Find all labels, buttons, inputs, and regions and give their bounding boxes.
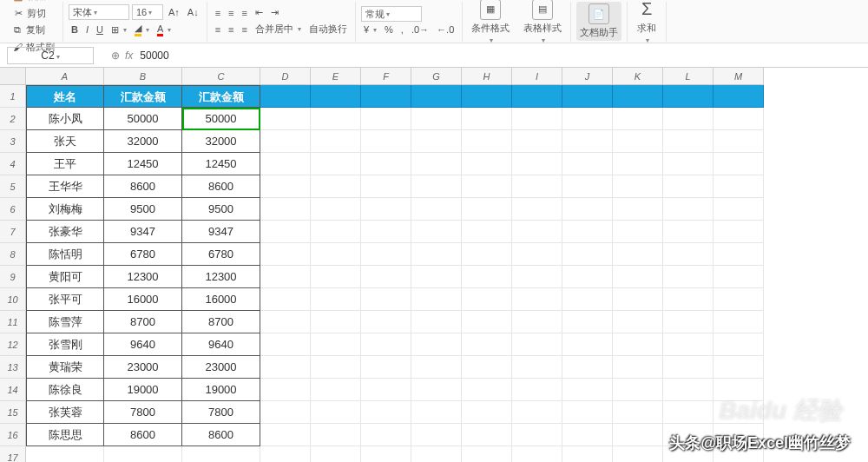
- col-header-J[interactable]: J: [562, 68, 613, 85]
- row-header[interactable]: 1: [0, 85, 26, 108]
- select-all-corner[interactable]: [0, 68, 26, 85]
- merge-button[interactable]: 合并居中: [253, 21, 304, 37]
- table-style-button[interactable]: ▤表格样式: [520, 0, 565, 46]
- paste-button[interactable]: 📋粘贴: [10, 0, 56, 4]
- increase-font-button[interactable]: A↑: [166, 5, 182, 19]
- col-header-B[interactable]: B: [104, 68, 182, 85]
- cell[interactable]: 8700: [182, 311, 260, 333]
- cell[interactable]: 陈雪萍: [26, 311, 104, 333]
- increase-decimal-button[interactable]: .0→: [409, 23, 431, 36]
- cell[interactable]: 张芙蓉: [26, 401, 104, 424]
- insert-function-icon[interactable]: ⊕: [111, 50, 120, 62]
- cell[interactable]: 陈思思: [26, 424, 104, 446]
- decrease-font-button[interactable]: A↓: [185, 5, 201, 19]
- cell[interactable]: 9347: [182, 221, 260, 243]
- cell[interactable]: 50000: [104, 108, 182, 130]
- comma-button[interactable]: ,: [398, 23, 406, 36]
- italic-button[interactable]: I: [83, 23, 91, 36]
- cell[interactable]: 王华华: [26, 175, 104, 198]
- name-box[interactable]: C2: [7, 47, 94, 64]
- align-bottom-button[interactable]: ≡: [240, 6, 250, 20]
- row-header[interactable]: 7: [0, 221, 26, 243]
- col-header-D[interactable]: D: [260, 68, 311, 85]
- cell[interactable]: 7800: [182, 401, 260, 424]
- cell[interactable]: 黄瑞荣: [26, 356, 104, 379]
- col-header-A[interactable]: A: [26, 68, 104, 85]
- cell[interactable]: 7800: [104, 401, 182, 424]
- cell[interactable]: 19000: [104, 379, 182, 401]
- row-header[interactable]: 2: [0, 108, 26, 130]
- cell[interactable]: 50000: [182, 108, 260, 130]
- col-header-E[interactable]: E: [311, 68, 361, 85]
- col-header-L[interactable]: L: [663, 68, 713, 85]
- row-header[interactable]: 11: [0, 311, 26, 333]
- header-cell[interactable]: 汇款金额: [104, 85, 182, 108]
- cell[interactable]: 9500: [104, 198, 182, 221]
- col-header-G[interactable]: G: [411, 68, 462, 85]
- border-button[interactable]: ⊞: [108, 23, 129, 37]
- row-header[interactable]: 13: [0, 356, 26, 379]
- row-header[interactable]: 8: [0, 243, 26, 266]
- currency-button[interactable]: ¥: [361, 23, 379, 36]
- number-format-select[interactable]: 常规: [361, 6, 422, 22]
- cell[interactable]: 刘梅梅: [26, 198, 104, 221]
- align-right-button[interactable]: ≡: [240, 23, 250, 36]
- row-header[interactable]: 14: [0, 379, 26, 401]
- cell[interactable]: 9640: [104, 333, 182, 356]
- row-header[interactable]: 10: [0, 288, 26, 311]
- cell[interactable]: 8600: [104, 424, 182, 446]
- font-color-button[interactable]: A: [155, 22, 174, 38]
- align-left-button[interactable]: ≡: [213, 23, 223, 36]
- cell[interactable]: 张平可: [26, 288, 104, 311]
- row-header[interactable]: 4: [0, 153, 26, 175]
- cell[interactable]: 23000: [104, 356, 182, 379]
- indent-increase-button[interactable]: ⇥: [268, 5, 281, 20]
- cell[interactable]: 23000: [182, 356, 260, 379]
- font-name-select[interactable]: 宋体: [69, 4, 129, 20]
- formula-value[interactable]: 50000: [140, 50, 168, 62]
- wrap-button[interactable]: 自动换行: [306, 21, 350, 37]
- col-header-M[interactable]: M: [713, 68, 764, 85]
- copy-button[interactable]: ⧉复制: [9, 22, 57, 38]
- row-header[interactable]: 16: [0, 424, 26, 446]
- col-header-C[interactable]: C: [182, 68, 260, 85]
- cell[interactable]: 9640: [182, 333, 260, 356]
- align-middle-button[interactable]: ≡: [226, 6, 236, 20]
- cell[interactable]: 16000: [182, 288, 260, 311]
- header-cell[interactable]: 姓名: [26, 85, 104, 108]
- cell[interactable]: 9500: [182, 198, 260, 221]
- row-header[interactable]: 15: [0, 401, 26, 424]
- cell[interactable]: 6780: [104, 243, 182, 266]
- cell[interactable]: 8600: [182, 424, 260, 446]
- row-header[interactable]: 12: [0, 333, 26, 356]
- cell[interactable]: 8600: [104, 175, 182, 198]
- percent-button[interactable]: %: [382, 23, 396, 36]
- col-header-K[interactable]: K: [613, 68, 663, 85]
- sum-button[interactable]: Σ求和: [633, 0, 661, 46]
- col-header-I[interactable]: I: [512, 68, 562, 85]
- row-header[interactable]: 6: [0, 198, 26, 221]
- cell[interactable]: 9347: [104, 221, 182, 243]
- cell[interactable]: 16000: [104, 288, 182, 311]
- cell[interactable]: 张天: [26, 130, 104, 153]
- cell[interactable]: 32000: [182, 130, 260, 153]
- conditional-format-button[interactable]: ▦条件格式: [468, 0, 513, 46]
- cell[interactable]: 黄阳可: [26, 266, 104, 288]
- col-header-H[interactable]: H: [462, 68, 512, 85]
- cell[interactable]: 张雪刚: [26, 333, 104, 356]
- col-header-F[interactable]: F: [361, 68, 411, 85]
- bold-button[interactable]: B: [69, 23, 81, 36]
- cell[interactable]: 陈恬明: [26, 243, 104, 266]
- indent-decrease-button[interactable]: ⇤: [253, 5, 266, 20]
- cell[interactable]: 32000: [104, 130, 182, 153]
- cell[interactable]: 12450: [182, 153, 260, 175]
- cell[interactable]: 陈徐良: [26, 379, 104, 401]
- header-cell[interactable]: 汇款金额: [182, 85, 260, 108]
- doc-assist-button[interactable]: 📄文档助手: [576, 2, 621, 41]
- cell[interactable]: 12450: [104, 153, 182, 175]
- row-header[interactable]: 17: [0, 446, 26, 462]
- row-header[interactable]: 3: [0, 130, 26, 153]
- cell[interactable]: 陈小凤: [26, 108, 104, 130]
- cell[interactable]: 19000: [182, 379, 260, 401]
- decrease-decimal-button[interactable]: ←.0: [434, 23, 457, 36]
